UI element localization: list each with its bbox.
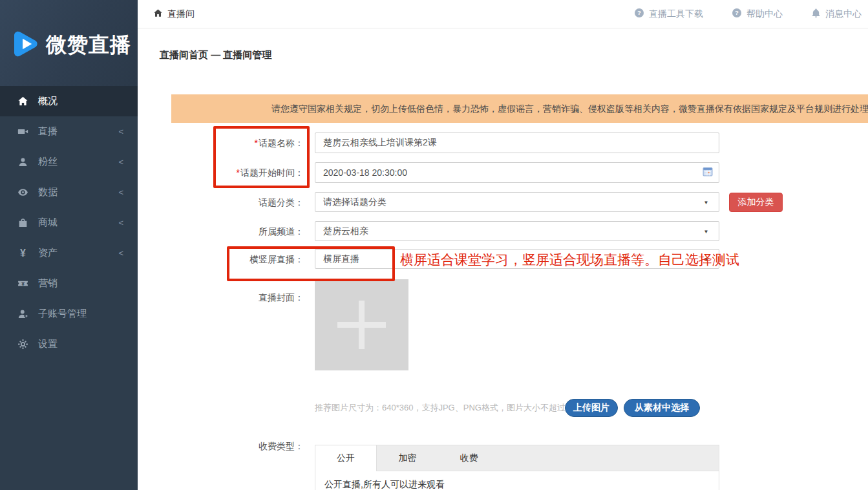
home-icon [153,8,163,20]
topbar: 直播间 ? 直播工具下载 ? 帮助中心 消息中心 [138,0,868,28]
sidebar-item-data[interactable]: 数据 < [0,177,138,208]
tab-public[interactable]: 公开 [315,445,377,471]
play-logo-icon [8,27,43,64]
sidebar-item-label: 子账号管理 [38,308,87,320]
breadcrumb-label: 直播间 [167,8,195,20]
svg-text:¥: ¥ [20,248,26,259]
sidebar-item-overview[interactable]: 概况 [0,86,138,116]
fee-type-panel: 公开 加密 收费 公开直播,所有人可以进来观看 [315,445,719,490]
chevron-down-icon: ▼ [704,228,709,234]
required-mark: * [255,138,258,148]
chevron-left-icon: < [118,248,123,257]
chevron-left-icon: < [118,217,123,227]
message-center-link[interactable]: 消息中心 [811,8,862,20]
chevron-left-icon: < [118,156,123,166]
calendar-icon[interactable] [703,167,713,178]
sidebar-item-settings[interactable]: 设置 [0,329,138,359]
channel-select[interactable]: 楚房云相亲 ▼ [315,221,719,241]
upload-image-button[interactable]: 上传图片 [565,399,618,417]
plus-icon [359,301,365,349]
app-logo[interactable]: 微赞直播 [0,0,138,86]
fee-type-tabs: 公开 加密 收费 [315,445,719,471]
person-icon [17,156,28,167]
yen-icon: ¥ [17,248,28,259]
chevron-left-icon: < [118,126,123,136]
required-mark: * [237,167,240,178]
svg-text:¥: ¥ [21,281,25,287]
category-label: 话题分类： [138,192,304,213]
sidebar-item-label: 概况 [38,95,58,107]
breadcrumb: 直播间 [153,0,195,28]
sidebar-item-fans[interactable]: 粉丝 < [0,147,138,177]
sidebar-item-label: 商城 [38,217,58,229]
sidebar-item-label: 资产 [38,247,58,259]
topic-name-input[interactable]: 楚房云相亲线上培训课第2课 [315,133,719,153]
svg-text:?: ? [637,9,641,16]
start-time-input[interactable]: 2020-03-18 20:30:00 [315,162,719,183]
choose-from-material-button[interactable]: 从素材中选择 [624,399,700,417]
channel-label: 所属频道： [138,221,304,242]
sidebar-item-label: 直播 [38,125,58,138]
question-circle-icon: ? [634,8,644,20]
orientation-annotation-text: 横屏适合课堂学习，竖屏适合现场直播等。自己选择测试 [400,249,739,270]
camera-icon [17,126,28,137]
page-title: 直播间首页 — 直播间管理 [160,49,271,61]
chevron-left-icon: < [118,187,123,197]
gear-icon [17,339,28,350]
main-content: 直播间首页 — 直播间管理 请您遵守国家相关规定，切勿上传低俗色情，暴力恐怖，虚… [138,28,868,490]
sidebar-item-label: 设置 [38,338,58,350]
shopping-bag-icon [17,217,28,228]
sidebar-item-live[interactable]: 直播 < [0,116,138,147]
sidebar-item-label: 数据 [38,186,58,198]
sidebar: 微赞直播 概况 直播 < 粉丝 < 数据 < 商城 < ¥ 资产 [0,0,138,490]
live-tool-download-link[interactable]: ? 直播工具下载 [634,8,703,20]
fee-type-label: 收费类型： [138,436,304,456]
question-circle-icon: ? [732,8,742,20]
tab-encrypted[interactable]: 加密 [377,445,438,471]
help-center-link[interactable]: ? 帮助中心 [732,8,783,20]
fee-type-description: 公开直播,所有人可以进来观看 [315,471,719,490]
bell-icon [811,8,821,20]
sidebar-item-label: 营销 [38,277,58,290]
sidebar-item-label: 粉丝 [38,156,58,168]
app-logo-text: 微赞直播 [46,31,131,59]
category-select[interactable]: 请选择话题分类 ▼ [315,192,719,212]
cover-label: 直播封面： [138,287,304,308]
topic-name-label: *话题名称： [138,133,304,153]
orientation-label: 横竖屏直播： [138,249,304,270]
sidebar-nav: 概况 直播 < 粉丝 < 数据 < 商城 < ¥ 资产 < ¥ 营销 [0,86,138,359]
add-category-button[interactable]: 添加分类 [729,193,783,212]
coupon-icon: ¥ [17,278,28,289]
sidebar-item-assets[interactable]: ¥ 资产 < [0,238,138,268]
eye-icon [17,187,28,198]
sidebar-item-subaccounts[interactable]: 子账号管理 [0,299,138,329]
subaccount-person-icon [17,308,28,319]
compliance-notice-banner: 请您遵守国家相关规定，切勿上传低俗色情，暴力恐怖，虚假谣言，营销诈骗、侵权盗版等… [171,94,868,123]
chevron-down-icon: ▼ [704,199,709,205]
sidebar-item-marketing[interactable]: ¥ 营销 [0,268,138,299]
tab-paid[interactable]: 收费 [438,445,500,471]
start-time-label: *话题开始时间： [138,162,304,183]
svg-text:?: ? [735,9,739,16]
home-icon [17,96,28,107]
sidebar-item-mall[interactable]: 商城 < [0,208,138,238]
cover-upload-area[interactable] [315,279,408,370]
topbar-links: ? 直播工具下载 ? 帮助中心 消息中心 [634,0,862,28]
cover-size-hint: 推荐图片尺寸为：640*360，支持JPG、PNG格式，图片大小不超过2M [315,399,577,417]
